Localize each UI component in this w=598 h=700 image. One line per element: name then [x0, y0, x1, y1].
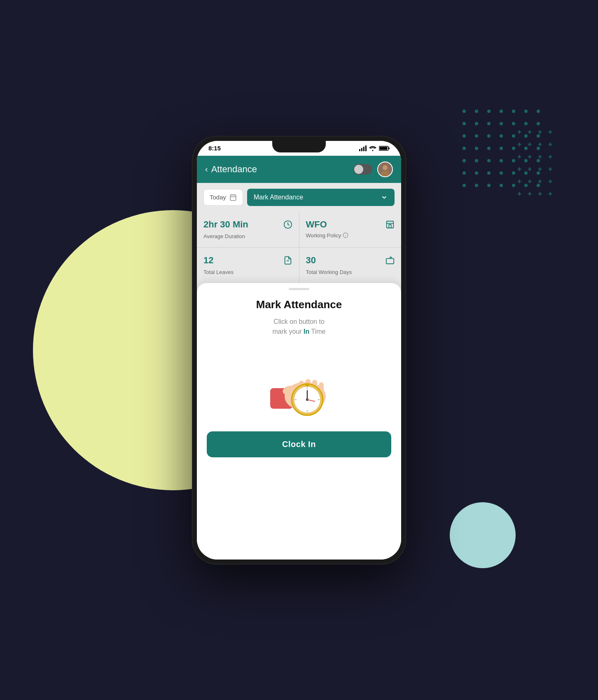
- svg-text:+: +: [549, 166, 552, 172]
- working-policy-value: WFO: [306, 219, 327, 230]
- building-icon: [385, 220, 395, 229]
- svg-rect-73: [359, 149, 360, 151]
- svg-text:+: +: [518, 141, 521, 147]
- avatar[interactable]: [377, 162, 393, 177]
- svg-text:+: +: [518, 178, 521, 185]
- svg-point-1: [475, 110, 478, 113]
- status-time: 8:15: [208, 145, 221, 152]
- sheet-title: Mark Attendance: [256, 298, 342, 311]
- mark-attendance-button[interactable]: Mark Attendance: [247, 189, 395, 206]
- svg-point-12: [524, 122, 528, 125]
- svg-point-29: [475, 159, 478, 162]
- bottom-sheet: Mark Attendance Click on button to mark …: [197, 283, 401, 560]
- svg-text:+: +: [549, 141, 552, 147]
- svg-text:+: +: [528, 190, 531, 197]
- svg-point-14: [463, 134, 466, 138]
- svg-text:+: +: [528, 178, 531, 185]
- svg-point-28: [463, 159, 466, 162]
- working-policy-label: Working Policy: [306, 232, 341, 239]
- svg-point-36: [475, 171, 478, 175]
- svg-point-81: [383, 165, 388, 170]
- svg-point-10: [500, 122, 503, 125]
- dropdown-chevron-icon: [381, 194, 388, 201]
- svg-point-46: [512, 184, 515, 187]
- svg-point-13: [537, 122, 540, 125]
- svg-point-44: [487, 184, 491, 187]
- in-highlight: In: [304, 328, 309, 335]
- theme-toggle[interactable]: [353, 164, 372, 175]
- avg-duration-value: 2hr 30 Min: [203, 219, 248, 230]
- svg-text:+: +: [538, 166, 542, 172]
- svg-text:+: +: [528, 153, 531, 160]
- svg-text:+: +: [518, 190, 521, 197]
- stat-card-leaves: 12 Total Leaves: [197, 248, 299, 283]
- svg-point-23: [487, 147, 491, 150]
- svg-text:+: +: [518, 166, 521, 172]
- svg-text:+: +: [549, 178, 552, 185]
- svg-text:+: +: [518, 153, 521, 160]
- svg-point-39: [512, 171, 515, 175]
- battery-icon: [379, 145, 390, 151]
- today-button[interactable]: Today: [203, 189, 243, 206]
- svg-text:+: +: [549, 153, 552, 160]
- svg-point-9: [487, 122, 491, 125]
- svg-point-38: [500, 171, 503, 175]
- signal-icon: [359, 145, 367, 151]
- briefcase-icon: [385, 256, 395, 265]
- svg-rect-93: [386, 258, 394, 264]
- phone-notch: [272, 141, 326, 152]
- svg-point-16: [487, 134, 491, 138]
- svg-point-24: [500, 147, 503, 150]
- svg-text:+: +: [528, 129, 531, 135]
- svg-point-21: [463, 147, 466, 150]
- info-icon: [343, 232, 348, 238]
- svg-text:+: +: [528, 166, 531, 172]
- svg-point-3: [500, 110, 503, 113]
- document-icon: [283, 256, 292, 265]
- svg-point-35: [463, 171, 466, 175]
- svg-point-30: [487, 159, 491, 162]
- stat-card-working-days: 30 Total Working Days: [299, 248, 402, 283]
- toolbar: Today Mark Attendance: [197, 183, 401, 212]
- svg-point-37: [487, 171, 491, 175]
- header-right: [353, 162, 393, 177]
- svg-point-32: [512, 159, 515, 162]
- svg-point-25: [512, 147, 515, 150]
- svg-text:+: +: [538, 190, 542, 197]
- svg-rect-74: [361, 148, 362, 151]
- svg-point-2: [487, 110, 491, 113]
- bg-circle-teal: [450, 502, 516, 568]
- svg-rect-104: [306, 383, 309, 386]
- phone-screen: 8:15: [197, 141, 401, 560]
- back-button[interactable]: ‹: [205, 164, 208, 174]
- svg-point-0: [463, 110, 466, 113]
- calendar-icon: [229, 194, 237, 201]
- clock-in-button[interactable]: Clock In: [207, 431, 391, 457]
- svg-point-7: [463, 122, 466, 125]
- status-icons: [359, 145, 390, 151]
- stats-grid: 2hr 30 Min Average Duration WFO: [197, 212, 401, 283]
- stat-card-duration: 2hr 30 Min Average Duration: [197, 212, 299, 247]
- main-content: Today Mark Attendance: [197, 183, 401, 560]
- sheet-subtitle: Click on button to mark your In Time: [273, 317, 326, 337]
- svg-rect-83: [230, 195, 236, 201]
- svg-text:+: +: [549, 190, 552, 197]
- page-title: Attendance: [211, 164, 257, 175]
- svg-rect-78: [388, 147, 390, 149]
- svg-point-11: [512, 122, 515, 125]
- phone-frame: 8:15: [192, 136, 406, 564]
- svg-rect-76: [365, 145, 367, 151]
- app-header: ‹ Attendance: [197, 156, 401, 183]
- svg-text:+: +: [518, 129, 521, 135]
- svg-text:+: +: [538, 178, 542, 185]
- svg-point-43: [475, 184, 478, 187]
- mark-attendance-label: Mark Attendance: [254, 194, 303, 201]
- clock-icon: [283, 220, 292, 229]
- svg-point-5: [524, 110, 528, 113]
- svg-point-31: [500, 159, 503, 162]
- svg-point-45: [500, 184, 503, 187]
- sheet-handle: [289, 288, 309, 290]
- clock-illustration: [258, 349, 340, 423]
- stat-card-policy: WFO Working Policy: [299, 212, 402, 247]
- svg-text:+: +: [538, 153, 542, 160]
